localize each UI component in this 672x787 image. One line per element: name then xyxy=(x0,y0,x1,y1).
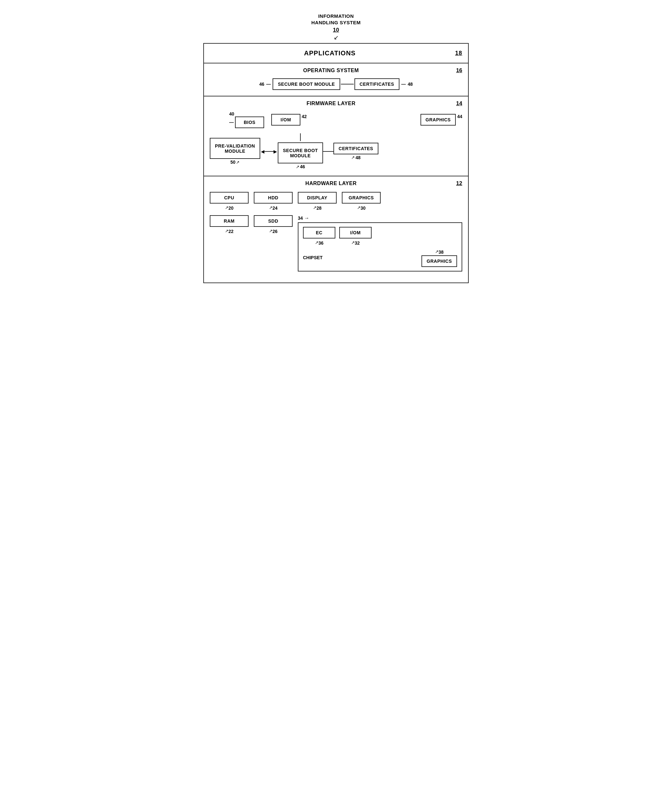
hw-graphics-ref: 30 xyxy=(361,205,366,211)
cpu-box: CPU xyxy=(210,192,248,204)
left-arrowhead-icon: ◀ xyxy=(261,149,264,154)
fw-title-row: FIRMWARE LAYER 14 xyxy=(210,100,462,107)
fw-label: FIRMWARE LAYER xyxy=(210,101,452,106)
applications-number: 18 xyxy=(455,50,462,57)
sdd-ref-curve: ↗ xyxy=(269,228,272,233)
fw-number: 14 xyxy=(456,100,462,107)
hw-label: HARDWARE LAYER xyxy=(210,180,452,186)
chipset-arrow-row: 34 → xyxy=(298,215,462,221)
os-number: 16 xyxy=(456,67,462,74)
outer-system-box: APPLICATIONS 18 OPERATING SYSTEM 16 46 —… xyxy=(203,43,469,283)
cpu-ref: 20 xyxy=(229,205,234,211)
bios-vertical-line xyxy=(300,133,301,141)
hw-graphics2-box: GRAPHICS xyxy=(421,255,457,267)
os-right-ref: 48 xyxy=(408,82,413,87)
applications-layer: APPLICATIONS 18 xyxy=(204,44,468,63)
hw-iom-group: I/OM ↗ 32 xyxy=(339,227,372,246)
hw-number: 12 xyxy=(456,180,462,187)
chipset-label: CHIPSET xyxy=(303,255,323,260)
os-certificates-box: CERTIFICATES xyxy=(354,78,400,90)
fw-bios-box: BIOS xyxy=(235,117,264,128)
pvm-ref-curve: ↗ xyxy=(236,160,240,165)
hdd-ref: 24 xyxy=(272,205,278,211)
cpu-ref-curve: ↗ xyxy=(225,205,229,210)
os-title-row: OPERATING SYSTEM 16 xyxy=(210,67,462,74)
sdd-ref: 26 xyxy=(272,229,278,234)
os-connector xyxy=(341,84,354,84)
hw-graphics2-ref: 38 xyxy=(439,250,444,255)
sbm-ref-curve: ↗ xyxy=(296,164,299,169)
chipset-bottom-row: CHIPSET ↗ 38 GRAPHICS xyxy=(303,248,457,267)
fw-secure-boot-box: SECURE BOOT MODULE xyxy=(278,142,323,163)
ec-ref-curve: ↗ xyxy=(315,240,318,245)
fw-graphics-ref-label: 44 xyxy=(457,114,462,119)
hw-graphics-ref-curve: ↗ xyxy=(357,205,361,210)
sdd-box: SDD xyxy=(254,215,293,227)
ram-group: RAM ↗ 22 xyxy=(210,215,248,234)
hardware-layer: HARDWARE LAYER 12 CPU ↗ 20 HD xyxy=(204,176,468,283)
os-components: 46 — SECURE BOOT MODULE CERTIFICATES — 4… xyxy=(210,78,462,90)
chipset-inner-row: EC ↗ 36 I/OM xyxy=(303,227,457,246)
hdd-ref-curve: ↗ xyxy=(269,205,272,210)
iom-ref-curve: ↗ xyxy=(351,240,355,245)
bios-group: 40 — BIOS xyxy=(229,111,264,128)
hdd-box: HDD xyxy=(254,192,293,204)
system-title: INFORMATION HANDLING SYSTEM xyxy=(311,13,361,25)
firmware-layer: FIRMWARE LAYER 14 40 — BIOS xyxy=(204,96,468,176)
cpu-group: CPU ↗ 20 xyxy=(210,192,248,211)
chipset-outer-box: EC ↗ 36 I/OM xyxy=(298,222,462,272)
hw-row2: RAM ↗ 22 SDD ↗ 26 xyxy=(210,215,462,272)
graphics-group: GRAPHICS 44 xyxy=(421,114,462,126)
fw-two-way-arrow: ◀ ▶ xyxy=(261,149,277,154)
fw-secure-boot-group: SECURE BOOT MODULE ↗ 46 xyxy=(278,133,323,169)
cert-ref-label: 48 xyxy=(356,155,361,160)
fw-row2: PRE-VALIDATION MODULE 50 ↗ ◀ ▶ xyxy=(210,133,462,169)
fw-graphics-box: GRAPHICS xyxy=(421,114,456,126)
graphics2-ref-curve: ↗ xyxy=(435,249,439,254)
fw-pre-validation-box: PRE-VALIDATION MODULE xyxy=(210,138,260,159)
system-number: 10 xyxy=(333,27,339,33)
hw-row1: CPU ↗ 20 HDD ↗ 24 xyxy=(210,192,462,211)
sdd-group: SDD ↗ 26 xyxy=(254,215,293,234)
fw-iom-box: I/OM xyxy=(271,114,300,126)
bios-ref-label: 40 xyxy=(229,111,234,117)
ec-group: EC ↗ 36 xyxy=(303,227,335,246)
display-ref: 28 xyxy=(316,205,322,211)
chipset-ref-label: 34 xyxy=(298,215,303,221)
chipset-group: 34 → EC ↗ 36 xyxy=(298,215,462,272)
os-layer: OPERATING SYSTEM 16 46 — SECURE BOOT MOD… xyxy=(204,63,468,96)
iom-group: I/OM 42 xyxy=(271,114,307,126)
hw-graphics-box: GRAPHICS xyxy=(342,192,381,204)
os-secure-boot-box: SECURE BOOT MODULE xyxy=(272,78,340,90)
fw-cert-group: CERTIFICATES ↗ 48 xyxy=(334,143,378,160)
hw-graphics2-group: ↗ 38 GRAPHICS xyxy=(421,248,457,267)
fw-certificates-box: CERTIFICATES xyxy=(334,143,378,154)
display-box: DISPLAY xyxy=(298,192,337,204)
hw-title-row: HARDWARE LAYER 12 xyxy=(210,180,462,187)
ec-ref: 36 xyxy=(318,240,324,246)
pre-validation-group: PRE-VALIDATION MODULE 50 ↗ xyxy=(210,138,260,165)
os-label: OPERATING SYSTEM xyxy=(210,68,452,73)
arrow-line xyxy=(264,151,274,152)
ram-box: RAM xyxy=(210,215,248,227)
iom-ref-label: 42 xyxy=(302,114,307,119)
display-group: DISPLAY ↗ 28 xyxy=(298,192,337,211)
right-arrowhead-icon: ▶ xyxy=(274,149,277,154)
cert-ref-curve: ↗ xyxy=(351,155,355,160)
display-ref-curve: ↗ xyxy=(313,205,316,210)
sbm-ref-label: 46 xyxy=(300,164,305,169)
hw-iom-ref: 32 xyxy=(355,240,360,246)
fw-row1: 40 — BIOS I/OM 42 xyxy=(210,111,462,128)
fw-sbm-cert-connector xyxy=(323,151,334,152)
hw-iom-box: I/OM xyxy=(339,227,372,239)
ram-ref: 22 xyxy=(229,229,234,234)
diagram-wrapper: INFORMATION HANDLING SYSTEM 10 ↙ APPLICA… xyxy=(203,13,469,283)
hdd-group: HDD ↗ 24 xyxy=(254,192,293,211)
ram-ref-curve: ↗ xyxy=(225,228,229,233)
applications-label: APPLICATIONS xyxy=(210,49,450,57)
os-left-ref: 46 xyxy=(259,82,264,87)
ec-box: EC xyxy=(303,227,335,239)
hw-graphics-group: GRAPHICS ↗ 30 xyxy=(342,192,381,211)
chipset-arrow-icon: → xyxy=(304,215,310,221)
arrow-down-icon: ↙ xyxy=(334,34,338,41)
